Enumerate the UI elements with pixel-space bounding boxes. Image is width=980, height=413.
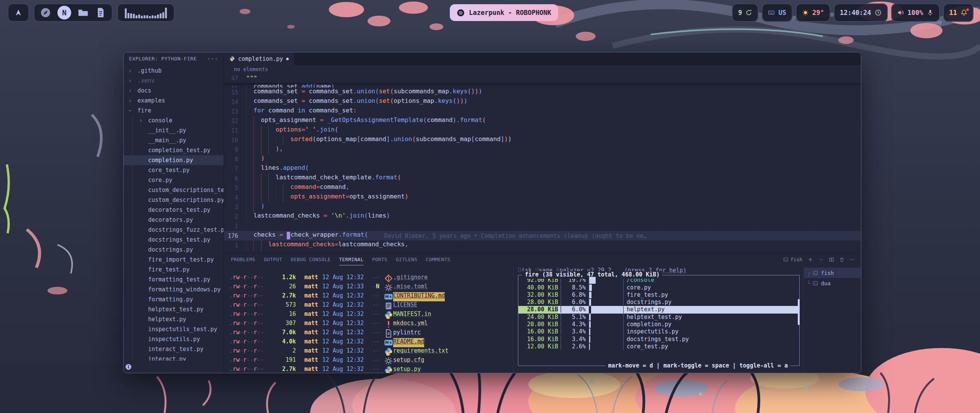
workspace-3-folderFill[interactable] xyxy=(77,6,89,20)
terminal-list-item-dua[interactable]: └ dua xyxy=(804,278,861,288)
code-line: 1 lastcommand_checks=lastcommand_checks, xyxy=(224,241,861,250)
code-line: 12 opts_assignment = _GetOptsAssignmentT… xyxy=(224,116,861,126)
tree-item-formatting_test.py[interactable]: formatting_test.py xyxy=(124,275,224,285)
workspace-2-nbadge[interactable]: N xyxy=(57,6,71,20)
now-playing-label: Lazerpunk - ROBOPHONK xyxy=(469,9,551,16)
active-shell-label: fish xyxy=(783,257,802,262)
explorer-header: EXPLORER: PYTHON-FIRE ··· xyxy=(124,52,224,65)
tab-completion-py[interactable]: completion.py ● xyxy=(224,52,294,65)
audio-widget[interactable]: 100% xyxy=(891,3,940,22)
panel-more-button[interactable] xyxy=(849,257,855,262)
tree-item-interact_test.py[interactable]: interact_test.py xyxy=(124,344,224,354)
panel-tab-debug-console[interactable]: DEBUG CONSOLE xyxy=(291,254,330,265)
code-line: 3 ) xyxy=(224,202,861,212)
workspace-1-compass[interactable] xyxy=(40,6,51,20)
terminal-dua[interactable]: Disk Usage Analyzer v2.29.2 (press ? for… xyxy=(513,265,804,373)
code-line: 5 command=command, xyxy=(224,183,861,193)
tree-item-decorators_test.py[interactable]: decorators_test.py xyxy=(124,205,224,215)
workspace-switcher: N xyxy=(34,3,113,22)
clock-widget[interactable]: 12:40:24 xyxy=(834,3,888,22)
line-number: 9 xyxy=(224,146,246,153)
dua-row-inspectutils.py[interactable]: 16.00 KiB│ 3.4% inspectutils.py xyxy=(518,328,799,335)
terminal-dropdown-button[interactable] xyxy=(818,257,824,262)
code-line: 4 opts_assignment=opts_assignment) xyxy=(224,193,861,202)
tree-item-core_test.py[interactable]: core_test.py xyxy=(124,165,224,175)
panel-tab-comments[interactable]: COMMENTS xyxy=(426,254,450,265)
dua-row-core_test.py[interactable]: 12.00 KiB│ 2.6% core_test.py xyxy=(518,343,799,350)
code-line: 16 commands_set.add(name) xyxy=(224,83,861,88)
tree-item-fire[interactable]: fire xyxy=(124,106,224,115)
tree-item-fire_test.py[interactable]: fire_test.py xyxy=(124,265,224,275)
panel-tab-problems[interactable]: PROBLEMS xyxy=(231,254,255,265)
tree-item-.venv[interactable]: .venv xyxy=(124,76,224,86)
tree-item-examples[interactable]: examples xyxy=(124,96,224,106)
tree-item-docs[interactable]: docs xyxy=(124,86,224,96)
dua-row-docstrings.py[interactable]: 28.00 KiB│ 6.0% docstrings.py xyxy=(518,299,799,306)
dua-row-fire_test.py[interactable]: 32.00 KiB│ 6.8% fire_test.py xyxy=(518,291,799,299)
line-number: 3 xyxy=(224,204,246,211)
line-number: 47 xyxy=(224,75,246,82)
tree-item-helptext.py[interactable]: helptext.py xyxy=(124,314,224,324)
code-line: 8 ) xyxy=(224,154,861,164)
editor-window: EXPLORER: PYTHON-FIRE ··· .github .venv … xyxy=(123,52,861,373)
line-number: 11 xyxy=(224,127,246,134)
visualizer-bar xyxy=(157,15,159,18)
line-number: 7 xyxy=(224,166,246,172)
dua-row-core.py[interactable]: 40.00 KiB│ 8.5% core.py xyxy=(518,284,799,291)
code-line: 2 lastcommand_checks = '\n'.join(lines) xyxy=(224,212,861,221)
chevron-right-icon xyxy=(127,98,132,103)
breadcrumb[interactable]: no elements xyxy=(224,65,861,73)
panel-tab-gitlens[interactable]: GITLENS xyxy=(396,254,417,265)
dua-scrollbar[interactable] xyxy=(798,299,800,325)
launcher-arrow-icon xyxy=(14,8,23,17)
tree-item-fire_import_test.py[interactable]: fire_import_test.py xyxy=(124,255,224,265)
terminal-list-item-fish[interactable]: ┌ fish xyxy=(804,268,861,278)
split-terminal-button[interactable] xyxy=(829,257,834,262)
notifications-widget[interactable]: 11 xyxy=(943,3,973,22)
tree-item-core.py[interactable]: core.py xyxy=(124,175,224,185)
panel-tab-ports[interactable]: PORTS xyxy=(372,254,387,265)
workspace-4-fileFill[interactable] xyxy=(95,6,106,20)
tree-item-docstrings_fuzz_test.py[interactable]: docstrings_fuzz_test.py xyxy=(124,225,224,235)
line-number: 16 xyxy=(224,85,246,88)
dua-row-docstrings_test.py[interactable]: 16.00 KiB│ 3.4% docstrings_test.py xyxy=(518,336,799,343)
updates-widget[interactable]: 9 xyxy=(732,3,758,22)
explorer-more-button[interactable]: ··· xyxy=(207,55,218,62)
panel-tab-terminal[interactable]: TERMINAL xyxy=(339,254,364,265)
terminal-fish[interactable]: .rw-r--r-- 1.2k matt 12 Aug 12:32 -- .gi… xyxy=(224,265,513,373)
tree-item-custom_descriptions_test.[interactable]: custom_descriptions_test.… xyxy=(124,185,224,195)
tree-item-decorators.py[interactable]: decorators.py xyxy=(124,215,224,225)
kill-terminal-button[interactable] xyxy=(839,257,844,262)
tree-item-inspectutils_test.py[interactable]: inspectutils_test.py xyxy=(124,324,224,334)
code-editor[interactable]: 47 """ 16 commands_set.add(name) 15 comm… xyxy=(224,73,861,253)
tree-item-.github[interactable]: .github xyxy=(124,66,224,76)
tree-item-helptext_test.py[interactable]: helptext_test.py xyxy=(124,304,224,314)
tree-item-inspectutils.py[interactable]: inspectutils.py xyxy=(124,334,224,344)
activity-badge: 1 xyxy=(126,364,131,370)
dua-row-helptext_test.py[interactable]: 24.00 KiB│ 5.1% helptext_test.py xyxy=(518,314,799,321)
launcher-button[interactable] xyxy=(8,3,29,22)
now-playing-widget[interactable]: Lazerpunk - ROBOPHONK xyxy=(450,4,558,21)
tree-item-docstrings.py[interactable]: docstrings.py xyxy=(124,245,224,255)
panel-controls: fish xyxy=(783,257,855,263)
tree-item-__main__.py[interactable]: __main__.py xyxy=(124,135,224,145)
new-terminal-button[interactable] xyxy=(807,257,813,263)
audio-visualizer[interactable] xyxy=(117,3,175,22)
keyboard-layout-widget[interactable]: US xyxy=(762,3,792,22)
tree-item-interact.py[interactable]: interact.py xyxy=(124,354,224,361)
dua-row-helptext.py[interactable]: 28.00 KiB│ 6.0% helptext.py xyxy=(518,306,799,313)
tree-item-custom_descriptions.py[interactable]: custom_descriptions.py xyxy=(124,195,224,205)
chevron-right-icon xyxy=(127,78,132,83)
tree-item-docstrings_test.py[interactable]: docstrings_test.py xyxy=(124,235,224,245)
tree-item-completion.py[interactable]: completion.py xyxy=(124,155,224,165)
tree-item-formatting.py[interactable]: formatting.py xyxy=(124,294,224,304)
filetype-gear-icon xyxy=(384,356,393,366)
tree-item-console[interactable]: console xyxy=(124,115,224,125)
dua-row-completion.py[interactable]: 20.00 KiB│ 4.3% completion.py xyxy=(518,321,799,328)
tree-item-__init__.py[interactable]: __init__.py xyxy=(124,125,224,135)
tree-item-formatting_windows.py[interactable]: formatting_windows.py xyxy=(124,285,224,294)
line-number: 13 xyxy=(224,108,246,115)
tree-item-completion_test.py[interactable]: completion_test.py xyxy=(124,145,224,155)
panel-tab-output[interactable]: OUTPUT xyxy=(264,254,282,265)
weather-widget[interactable]: 29° xyxy=(796,3,830,22)
